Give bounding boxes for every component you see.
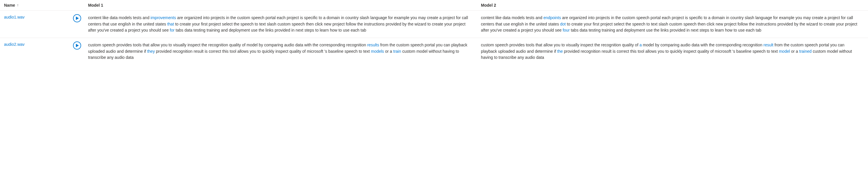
column-header-model2-label: Model 2 [481,3,496,7]
play-icon [75,17,79,20]
transcript-text: or a [384,49,393,54]
diff-word: improvements [151,15,176,20]
filename-link[interactable]: audio1.wav [4,15,25,20]
model1-transcript: content like data models tests and impro… [88,15,470,34]
table-row: audio1.wavcontent like data models tests… [0,11,868,38]
diff-word: result [764,42,773,47]
column-header-name[interactable]: Name ↑ [0,0,69,11]
diff-word: four [563,28,569,32]
transcript-text: tabs data testing training and deploymen… [175,28,366,32]
play-button[interactable] [73,14,81,22]
sort-ascending-icon: ↑ [17,3,19,7]
model1-cell: custom speech provides tools that allow … [85,38,477,65]
model2-transcript: content like data models tests and endpo… [481,15,861,34]
transcript-text: content like data models tests and [481,15,544,20]
play-cell [69,38,85,65]
diff-word: trained [799,49,812,54]
diff-word: a [640,42,642,47]
transcript-text: or a [790,49,799,54]
column-header-model1[interactable]: Model 1 [85,0,477,11]
play-cell [69,11,85,38]
diff-word: that [167,22,174,26]
transcript-text: content like data models tests and [88,15,151,20]
diff-word: the [557,49,563,54]
transcript-text: model by comparing audio data with the c… [642,42,764,47]
play-icon [75,44,79,47]
column-header-model2[interactable]: Model 2 [477,0,868,11]
diff-word: for [170,28,175,32]
transcript-text: provided recognition result is correct t… [155,49,371,54]
diff-word: results [367,42,379,47]
play-button[interactable] [73,41,81,50]
table-header-row: Name ↑ Model 1 Model 2 [0,0,868,11]
diff-word: train [393,49,401,54]
diff-word: endpoints [544,15,561,20]
filename-link[interactable]: audio2.wav [4,42,25,47]
column-header-play [69,0,85,11]
diff-word: models [371,49,384,54]
model2-cell: content like data models tests and endpo… [477,11,868,38]
transcript-text: provided recognition result is correct t… [563,49,779,54]
column-header-model1-label: Model 1 [88,3,103,7]
transcript-text: custom speech provides tools that allow … [88,42,367,47]
filename-cell: audio1.wav [0,11,69,38]
diff-word: model [779,49,790,54]
model1-cell: content like data models tests and impro… [85,11,477,38]
column-header-name-label: Name [4,3,15,7]
model2-transcript: custom speech provides tools that allow … [481,42,861,61]
model2-cell: custom speech provides tools that allow … [477,38,868,65]
transcript-text: tabs data testing training and deploymen… [569,28,762,32]
diff-word: they [147,49,155,54]
model1-transcript: custom speech provides tools that allow … [88,42,470,61]
comparison-table: Name ↑ Model 1 Model 2 audio1.wavcontent… [0,0,868,65]
diff-word: dot [560,22,565,26]
transcript-text: custom speech provides tools that allow … [481,42,640,47]
table-row: audio2.wavcustom speech provides tools t… [0,38,868,65]
filename-cell: audio2.wav [0,38,69,65]
